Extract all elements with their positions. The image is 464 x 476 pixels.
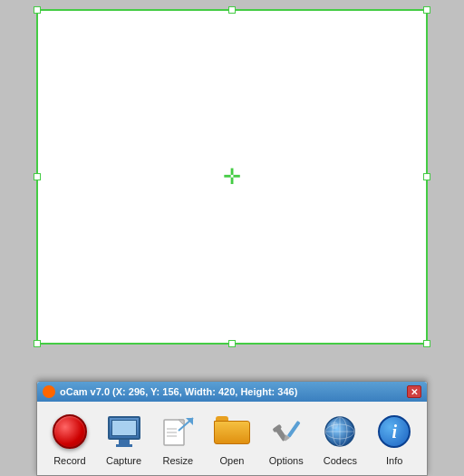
options-label: Options <box>269 455 304 466</box>
toolbar-window: oCam v7.0 (X: 296, Y: 156, Width: 420, H… <box>36 381 428 476</box>
options-svg <box>269 414 304 449</box>
close-button[interactable]: ✕ <box>407 385 421 398</box>
resize-button[interactable]: Resize <box>152 407 203 470</box>
record-icon <box>49 411 91 452</box>
capture-label: Capture <box>106 455 141 466</box>
open-button[interactable]: Open <box>207 407 257 470</box>
move-handle[interactable]: ✛ <box>223 166 241 188</box>
resize-label: Resize <box>162 455 193 466</box>
folder-icon <box>214 416 250 447</box>
handle-middle-left[interactable] <box>34 173 41 180</box>
handle-bottom-right[interactable] <box>423 340 430 347</box>
open-icon <box>211 411 253 452</box>
options-icon <box>266 411 307 452</box>
resize-svg <box>160 414 195 449</box>
svg-rect-9 <box>287 421 301 438</box>
handle-bottom-left[interactable] <box>34 340 41 347</box>
capture-icon <box>103 411 145 452</box>
capture-button[interactable]: Capture <box>99 407 150 470</box>
record-circle <box>53 414 87 449</box>
svg-point-16 <box>331 422 338 429</box>
record-button[interactable]: Record <box>44 407 95 470</box>
handle-bottom-center[interactable] <box>228 340 236 347</box>
handle-top-left[interactable] <box>34 6 41 14</box>
codecs-svg <box>323 414 357 449</box>
monitor-screen <box>111 420 137 436</box>
open-label: Open <box>220 455 245 466</box>
toolbar-buttons: Record Capture <box>37 402 427 475</box>
record-label: Record <box>53 455 85 466</box>
options-button[interactable]: Options <box>261 407 312 470</box>
handle-middle-right[interactable] <box>423 173 430 180</box>
handle-top-center[interactable] <box>228 6 236 14</box>
info-label: Info <box>386 455 402 466</box>
capture-region: ✛ <box>36 9 428 345</box>
codecs-button[interactable]: Codecs <box>315 407 366 470</box>
toolbar-titlebar: oCam v7.0 (X: 296, Y: 156, Width: 420, H… <box>37 382 427 402</box>
title-left: oCam v7.0 (X: 296, Y: 156, Width: 420, H… <box>43 385 297 398</box>
info-icon: i <box>373 411 415 452</box>
folder-body <box>214 421 250 444</box>
resize-icon <box>157 411 198 452</box>
info-circle: i <box>378 415 411 448</box>
monitor-body <box>108 416 140 440</box>
app-icon <box>43 385 55 398</box>
title-text: oCam v7.0 (X: 296, Y: 156, Width: 420, H… <box>60 386 297 397</box>
handle-top-right[interactable] <box>423 6 430 14</box>
codecs-icon <box>319 411 361 452</box>
codecs-label: Codecs <box>324 455 357 466</box>
info-button[interactable]: i Info <box>369 407 420 470</box>
monitor-base <box>116 444 132 447</box>
